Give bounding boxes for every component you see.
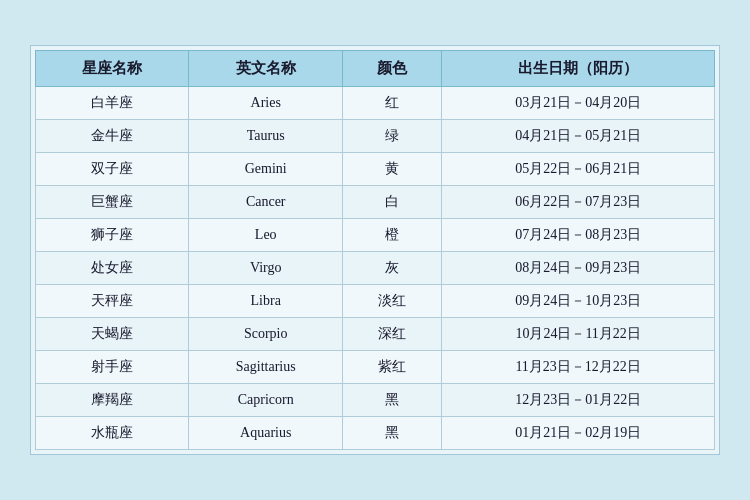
cell-dates: 06月22日－07月23日	[442, 186, 715, 219]
cell-dates: 04月21日－05月21日	[442, 120, 715, 153]
cell-color: 黑	[342, 417, 441, 450]
table-row: 双子座Gemini黄05月22日－06月21日	[36, 153, 715, 186]
table-row: 白羊座Aries红03月21日－04月20日	[36, 87, 715, 120]
cell-dates: 11月23日－12月22日	[442, 351, 715, 384]
cell-english-name: Cancer	[189, 186, 342, 219]
cell-color: 淡红	[342, 285, 441, 318]
cell-chinese-name: 水瓶座	[36, 417, 189, 450]
cell-chinese-name: 天秤座	[36, 285, 189, 318]
table-row: 天蝎座Scorpio深红10月24日－11月22日	[36, 318, 715, 351]
table-body: 白羊座Aries红03月21日－04月20日金牛座Taurus绿04月21日－0…	[36, 87, 715, 450]
cell-color: 黄	[342, 153, 441, 186]
table-row: 水瓶座Aquarius黑01月21日－02月19日	[36, 417, 715, 450]
col-header-chinese: 星座名称	[36, 51, 189, 87]
table-row: 射手座Sagittarius紫红11月23日－12月22日	[36, 351, 715, 384]
cell-color: 绿	[342, 120, 441, 153]
cell-english-name: Capricorn	[189, 384, 342, 417]
zodiac-table-container: 星座名称 英文名称 颜色 出生日期（阳历） 白羊座Aries红03月21日－04…	[30, 45, 720, 455]
cell-chinese-name: 双子座	[36, 153, 189, 186]
cell-english-name: Aries	[189, 87, 342, 120]
table-row: 金牛座Taurus绿04月21日－05月21日	[36, 120, 715, 153]
cell-color: 黑	[342, 384, 441, 417]
cell-dates: 07月24日－08月23日	[442, 219, 715, 252]
cell-english-name: Aquarius	[189, 417, 342, 450]
cell-chinese-name: 白羊座	[36, 87, 189, 120]
table-row: 巨蟹座Cancer白06月22日－07月23日	[36, 186, 715, 219]
cell-chinese-name: 金牛座	[36, 120, 189, 153]
cell-english-name: Virgo	[189, 252, 342, 285]
cell-chinese-name: 狮子座	[36, 219, 189, 252]
cell-english-name: Leo	[189, 219, 342, 252]
cell-english-name: Taurus	[189, 120, 342, 153]
col-header-english: 英文名称	[189, 51, 342, 87]
cell-chinese-name: 天蝎座	[36, 318, 189, 351]
cell-chinese-name: 摩羯座	[36, 384, 189, 417]
table-row: 天秤座Libra淡红09月24日－10月23日	[36, 285, 715, 318]
zodiac-table: 星座名称 英文名称 颜色 出生日期（阳历） 白羊座Aries红03月21日－04…	[35, 50, 715, 450]
cell-english-name: Sagittarius	[189, 351, 342, 384]
cell-dates: 08月24日－09月23日	[442, 252, 715, 285]
cell-dates: 12月23日－01月22日	[442, 384, 715, 417]
table-row: 处女座Virgo灰08月24日－09月23日	[36, 252, 715, 285]
cell-color: 灰	[342, 252, 441, 285]
cell-dates: 10月24日－11月22日	[442, 318, 715, 351]
cell-chinese-name: 巨蟹座	[36, 186, 189, 219]
cell-dates: 09月24日－10月23日	[442, 285, 715, 318]
table-row: 狮子座Leo橙07月24日－08月23日	[36, 219, 715, 252]
cell-color: 深红	[342, 318, 441, 351]
cell-color: 橙	[342, 219, 441, 252]
cell-dates: 05月22日－06月21日	[442, 153, 715, 186]
cell-color: 紫红	[342, 351, 441, 384]
cell-chinese-name: 射手座	[36, 351, 189, 384]
cell-dates: 01月21日－02月19日	[442, 417, 715, 450]
cell-dates: 03月21日－04月20日	[442, 87, 715, 120]
cell-color: 红	[342, 87, 441, 120]
col-header-dates: 出生日期（阳历）	[442, 51, 715, 87]
cell-english-name: Scorpio	[189, 318, 342, 351]
col-header-color: 颜色	[342, 51, 441, 87]
cell-english-name: Libra	[189, 285, 342, 318]
cell-english-name: Gemini	[189, 153, 342, 186]
table-header-row: 星座名称 英文名称 颜色 出生日期（阳历）	[36, 51, 715, 87]
cell-chinese-name: 处女座	[36, 252, 189, 285]
table-row: 摩羯座Capricorn黑12月23日－01月22日	[36, 384, 715, 417]
cell-color: 白	[342, 186, 441, 219]
